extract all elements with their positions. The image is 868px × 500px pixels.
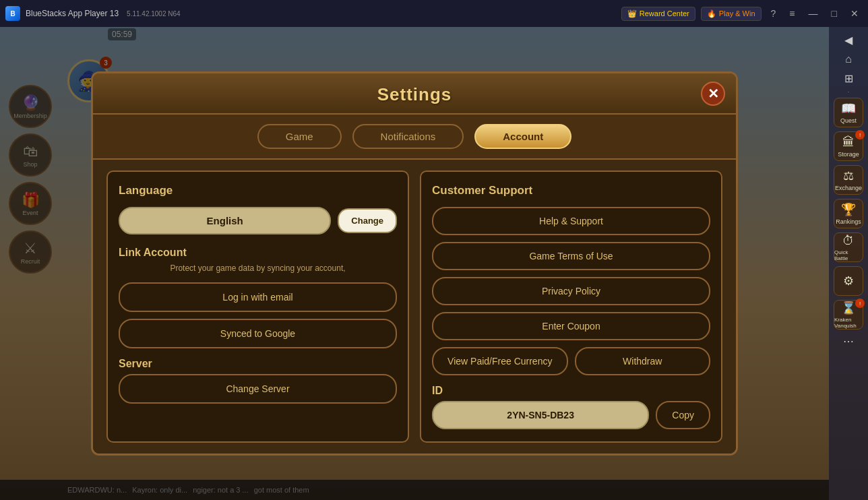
currency-withdraw-row: View Paid/Free Currency Withdraw [432,347,710,375]
sidebar-item-quick-battle[interactable]: ⏱ Quick Battle [834,232,863,262]
flame-icon: 🔥 [707,9,716,18]
customer-support-section: Customer Support Help & Support Game Ter… [432,184,710,375]
view-currency-button[interactable]: View Paid/Free Currency [432,347,568,375]
kraken-icon: ⌛ [841,301,856,315]
game-terms-button[interactable]: Game Terms of Use [432,242,710,270]
menu-button[interactable]: ≡ [785,7,799,20]
sidebar-item-rankings[interactable]: 🏆 Rankings [834,199,863,228]
rankings-icon: 🏆 [841,202,856,217]
login-email-button[interactable]: Log in with email [119,282,397,312]
tab-game[interactable]: Game [257,124,342,149]
sidebar-item-storage[interactable]: 🏛 Storage ! [834,131,863,161]
layout-button[interactable]: ⊞ [840,71,857,86]
right-sidebar: ◀ ⌂ ⊞ 📖 Quest 🏛 Storage ! ⚖ Exchange 🏆 R… [829,27,868,500]
left-panel: Language English Change Link Account Pro… [106,170,409,443]
app-title: BlueStacks App Player 13 [26,9,119,18]
dots-button[interactable]: ⋯ [839,334,858,349]
quick-battle-icon: ⏱ [842,234,855,248]
app-subtitle: 5.11.42.1002 N64 [127,10,181,18]
minimize-button[interactable]: — [805,7,822,20]
sidebar-item-settings[interactable]: ⚙ [834,266,863,296]
sidebar-item-kraken[interactable]: ⌛ Kraken Vanquish ! [834,300,863,330]
privacy-policy-button[interactable]: Privacy Policy [432,277,710,305]
language-section: Language English Change [119,184,397,235]
close-window-button[interactable]: ✕ [846,7,863,20]
id-value: 2YN-SN5-DB23 [432,401,649,429]
reward-center-button[interactable]: 👑 Reward Center [621,7,695,21]
sidebar-item-exchange[interactable]: ⚖ Exchange [834,165,863,195]
language-change-button[interactable]: Change [338,208,397,233]
crown-icon: 👑 [627,9,637,18]
language-display: English [119,207,331,235]
modal-header: Settings ✕ [93,73,736,115]
synced-google-button[interactable]: Synced to Google [119,319,397,348]
settings-modal: Settings ✕ Game Notifications Account La… [91,71,738,456]
modal-close-button[interactable]: ✕ [701,82,725,106]
id-row: 2YN-SN5-DB23 Copy [432,401,710,429]
storage-badge: ! [855,130,865,139]
exchange-icon: ⚖ [843,168,854,183]
help-button[interactable]: ? [767,7,780,20]
quest-icon: 📖 [841,101,856,116]
kraken-badge: ! [855,299,865,308]
app-icon: B [5,6,20,21]
top-bar: B BlueStacks App Player 13 5.11.42.1002 … [0,0,868,27]
help-support-button[interactable]: Help & Support [432,207,710,235]
settings-icon: ⚙ [843,274,854,288]
copy-id-button[interactable]: Copy [656,401,710,429]
link-account-desc: Protect your game data by syncing your a… [119,263,397,274]
modal-body: Language English Change Link Account Pro… [93,160,736,454]
link-account-title: Link Account [119,247,397,259]
back-button[interactable]: ◀ [840,32,857,48]
withdraw-button[interactable]: Withdraw [575,347,711,375]
storage-icon: 🏛 [842,135,855,150]
server-section: Server Change Server [119,358,397,404]
change-server-button[interactable]: Change Server [119,374,397,404]
maximize-button[interactable]: □ [828,7,841,20]
modal-tabs: Game Notifications Account [93,115,736,160]
server-title: Server [119,358,397,370]
home-button[interactable]: ⌂ [841,52,856,67]
language-title: Language [119,184,397,197]
sidebar-item-quest[interactable]: 📖 Quest [834,98,863,127]
enter-coupon-button[interactable]: Enter Coupon [432,312,710,340]
link-account-section: Link Account Protect your game data by s… [119,247,397,348]
id-title: ID [432,385,710,397]
customer-support-title: Customer Support [432,184,710,197]
play-win-button[interactable]: 🔥 Play & Win [701,7,762,21]
tab-account[interactable]: Account [474,124,571,149]
modal-title: Settings [377,84,452,104]
right-panel: Customer Support Help & Support Game Ter… [420,170,722,443]
language-row: English Change [119,207,397,235]
tab-notifications[interactable]: Notifications [352,124,464,149]
id-section: ID 2YN-SN5-DB23 Copy [432,385,710,429]
modal-overlay: Settings ✕ Game Notifications Account La… [0,27,829,500]
